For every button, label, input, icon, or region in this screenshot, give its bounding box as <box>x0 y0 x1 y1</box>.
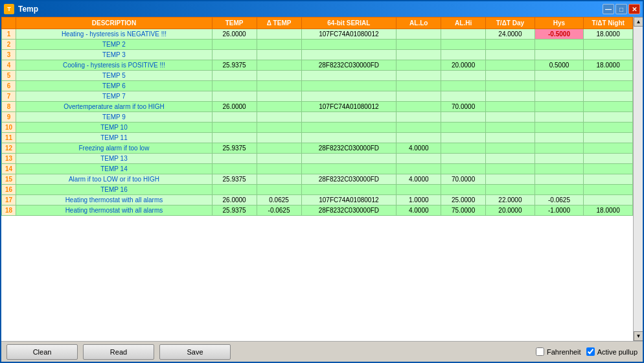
cell-hys[interactable] <box>535 50 584 60</box>
cell-dtemp[interactable]: 0.0625 <box>257 195 301 205</box>
cell-tdt-day[interactable] <box>486 174 535 185</box>
cell-tdt-night[interactable]: 18.0000 <box>584 60 633 71</box>
cell-serial[interactable] <box>301 91 397 102</box>
table-row[interactable]: 2TEMP 2 <box>2 40 633 50</box>
cell-tdt-night[interactable] <box>584 143 633 154</box>
cell-tdt-night[interactable] <box>584 123 633 133</box>
table-row[interactable]: 10TEMP 10 <box>2 123 633 133</box>
cell-description[interactable]: Heating thermostat with all alarms <box>16 205 212 216</box>
cell-dtemp[interactable] <box>257 123 301 133</box>
cell-description[interactable]: TEMP 11 <box>16 133 212 143</box>
cell-temp[interactable] <box>212 40 257 50</box>
cell-serial[interactable] <box>301 112 397 123</box>
table-row[interactable]: 5TEMP 5 <box>2 71 633 81</box>
table-row[interactable]: 11TEMP 11 <box>2 133 633 143</box>
cell-temp[interactable] <box>212 133 257 143</box>
cell-hys[interactable] <box>535 40 584 50</box>
cell-tdt-night[interactable] <box>584 112 633 123</box>
cell-tdt-day[interactable] <box>486 154 535 164</box>
cell-tdt-day[interactable] <box>486 164 535 174</box>
scroll-down-button[interactable]: ▼ <box>634 331 643 341</box>
table-row[interactable]: 16TEMP 16 <box>2 185 633 195</box>
cell-alhi[interactable] <box>441 154 486 164</box>
cell-tdt-night[interactable] <box>584 71 633 81</box>
cell-serial[interactable] <box>301 154 397 164</box>
cell-tdt-night[interactable] <box>584 102 633 112</box>
cell-alhi[interactable] <box>441 164 486 174</box>
cell-description[interactable]: TEMP 3 <box>16 50 212 60</box>
cell-alhi[interactable] <box>441 91 486 102</box>
cell-description[interactable]: TEMP 5 <box>16 71 212 81</box>
cell-alhi[interactable]: 70.0000 <box>441 174 486 185</box>
cell-temp[interactable]: 26.0000 <box>212 102 257 112</box>
cell-alhi[interactable]: 25.0000 <box>441 195 486 205</box>
cell-tdt-day[interactable]: 24.0000 <box>486 29 535 40</box>
cell-allo[interactable] <box>397 60 441 71</box>
cell-tdt-day[interactable] <box>486 185 535 195</box>
table-row[interactable]: 14TEMP 14 <box>2 164 633 174</box>
cell-allo[interactable]: 4.0000 <box>397 143 441 154</box>
cell-alhi[interactable] <box>441 143 486 154</box>
cell-temp[interactable]: 25.9375 <box>212 60 257 71</box>
cell-allo[interactable]: 4.0000 <box>397 174 441 185</box>
cell-dtemp[interactable] <box>257 60 301 71</box>
table-row[interactable]: 1Heating - hysteresis is NEGATIVE !!!26.… <box>2 29 633 40</box>
cell-dtemp[interactable] <box>257 164 301 174</box>
cell-allo[interactable] <box>397 123 441 133</box>
cell-description[interactable]: Heating thermostat with all alarms <box>16 195 212 205</box>
cell-hys[interactable] <box>535 164 584 174</box>
cell-description[interactable]: TEMP 6 <box>16 81 212 91</box>
cell-tdt-day[interactable] <box>486 81 535 91</box>
cell-tdt-day[interactable] <box>486 91 535 102</box>
scroll-track[interactable] <box>634 27 643 331</box>
cell-tdt-day[interactable] <box>486 112 535 123</box>
cell-serial[interactable] <box>301 81 397 91</box>
cell-hys[interactable] <box>535 174 584 185</box>
cell-allo[interactable] <box>397 91 441 102</box>
cell-tdt-night[interactable] <box>584 185 633 195</box>
cell-hys[interactable] <box>535 81 584 91</box>
cell-tdt-day[interactable]: 22.0000 <box>486 195 535 205</box>
cell-tdt-day[interactable] <box>486 40 535 50</box>
cell-tdt-night[interactable] <box>584 154 633 164</box>
cell-alhi[interactable]: 20.0000 <box>441 60 486 71</box>
cell-temp[interactable] <box>212 164 257 174</box>
table-row[interactable]: 17Heating thermostat with all alarms26.0… <box>2 195 633 205</box>
cell-dtemp[interactable] <box>257 91 301 102</box>
cell-dtemp[interactable] <box>257 154 301 164</box>
cell-serial[interactable] <box>301 50 397 60</box>
cell-serial[interactable]: 107FC74A01080012 <box>301 195 397 205</box>
cell-serial[interactable]: 28F8232C030000FD <box>301 174 397 185</box>
cell-alhi[interactable] <box>441 81 486 91</box>
cell-alhi[interactable] <box>441 185 486 195</box>
cell-dtemp[interactable] <box>257 133 301 143</box>
cell-tdt-night[interactable] <box>584 81 633 91</box>
cell-tdt-night[interactable] <box>584 195 633 205</box>
table-row[interactable]: 6TEMP 6 <box>2 81 633 91</box>
cell-description[interactable]: Overtemperature alarm if too HIGH <box>16 102 212 112</box>
cell-allo[interactable]: 4.0000 <box>397 205 441 216</box>
cell-dtemp[interactable] <box>257 81 301 91</box>
cell-tdt-day[interactable] <box>486 50 535 60</box>
cell-dtemp[interactable] <box>257 143 301 154</box>
cell-allo[interactable]: 1.0000 <box>397 195 441 205</box>
cell-temp[interactable] <box>212 91 257 102</box>
cell-temp[interactable]: 26.0000 <box>212 29 257 40</box>
cell-dtemp[interactable] <box>257 185 301 195</box>
scrollbar[interactable]: ▲ ▼ <box>633 17 643 341</box>
cell-tdt-night[interactable] <box>584 133 633 143</box>
cell-tdt-night[interactable] <box>584 50 633 60</box>
active-pullup-checkbox[interactable] <box>586 347 595 356</box>
cell-hys[interactable] <box>535 143 584 154</box>
fahrenheit-checkbox[interactable] <box>536 347 544 356</box>
cell-tdt-day[interactable] <box>486 102 535 112</box>
cell-serial[interactable] <box>301 71 397 81</box>
cell-hys[interactable]: -1.0000 <box>535 205 584 216</box>
cell-tdt-night[interactable] <box>584 164 633 174</box>
cell-description[interactable]: TEMP 2 <box>16 40 212 50</box>
scroll-up-button[interactable]: ▲ <box>634 17 643 27</box>
cell-hys[interactable] <box>535 102 584 112</box>
cell-description[interactable]: Freezing alarm if too low <box>16 143 212 154</box>
cell-dtemp[interactable] <box>257 112 301 123</box>
cell-description[interactable]: Heating - hysteresis is NEGATIVE !!! <box>16 29 212 40</box>
